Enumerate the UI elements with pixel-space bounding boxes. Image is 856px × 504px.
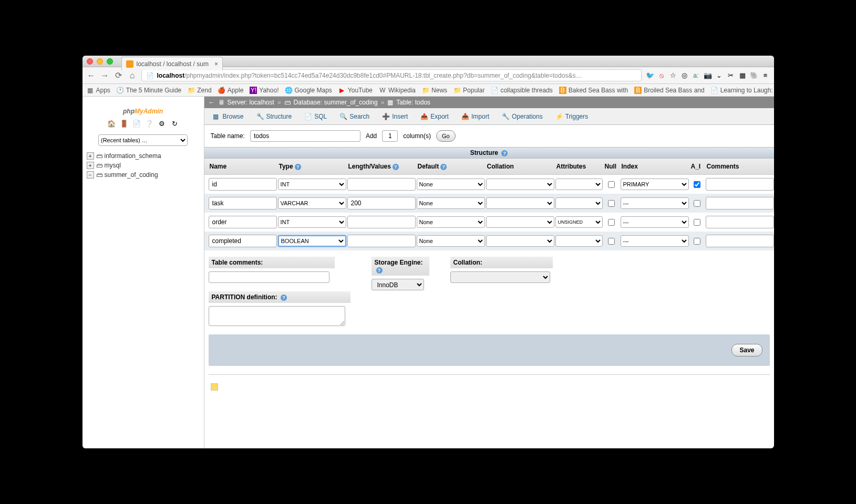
col-type-select[interactable]: VARCHAR — [278, 197, 346, 209]
help-icon[interactable]: ? — [501, 150, 508, 156]
minimize-icon[interactable] — [97, 58, 103, 65]
db-node[interactable]: +🗃information_schema — [87, 151, 200, 161]
col-comments-input[interactable] — [706, 178, 774, 191]
logout-icon[interactable]: 🚪 — [120, 120, 128, 128]
bookmark[interactable]: ▶YouTube — [338, 87, 373, 94]
col-index-select[interactable]: --- — [621, 216, 689, 228]
col-default-select[interactable]: None — [417, 216, 485, 228]
bookmark[interactable]: 📁Popular — [453, 87, 484, 94]
col-attributes-select[interactable]: UNSIGNED — [555, 216, 603, 228]
tab-browse[interactable]: ▦Browse — [208, 110, 249, 123]
ext-icon[interactable]: 📷 — [704, 71, 712, 80]
bookmark[interactable]: BBaked Sea Bass with — [559, 87, 628, 94]
tab-sql[interactable]: 📄SQL — [299, 110, 332, 123]
bookmark[interactable]: 🍎Apple — [218, 87, 244, 94]
col-null-checkbox[interactable] — [608, 219, 615, 226]
col-name-input[interactable] — [209, 178, 277, 191]
col-comments-input[interactable] — [706, 216, 774, 228]
bc-server[interactable]: Server: localhost — [228, 99, 274, 106]
back-icon[interactable]: ← — [87, 71, 96, 80]
reload-icon[interactable]: ↻ — [170, 120, 179, 128]
settings-icon[interactable]: ⚙ — [158, 120, 166, 128]
col-name-input[interactable] — [209, 197, 277, 209]
browser-tab[interactable]: localhost / localhost / sum × — [121, 57, 223, 70]
table-comments-input[interactable] — [209, 271, 329, 283]
col-collation-select[interactable] — [486, 216, 554, 228]
col-attributes-select[interactable] — [555, 235, 603, 247]
zoom-icon[interactable] — [107, 58, 113, 65]
tab-import[interactable]: 📥Import — [456, 110, 494, 123]
go-button[interactable]: Go — [436, 130, 456, 142]
close-icon[interactable] — [87, 58, 93, 65]
db-node[interactable]: +🗃mysql — [87, 161, 200, 170]
ext-icon[interactable]: a: — [692, 71, 700, 80]
bookmark[interactable]: BBroiled Sea Bass and — [634, 87, 704, 94]
col-index-select[interactable]: PRIMARY — [621, 178, 689, 190]
reload-icon[interactable]: ⟳ — [114, 71, 123, 80]
col-null-checkbox[interactable] — [608, 200, 615, 207]
col-default-select[interactable]: None — [417, 235, 485, 247]
bookmark[interactable]: WWikipedia — [379, 87, 416, 94]
col-length-input[interactable] — [347, 197, 416, 209]
col-collation-select[interactable] — [486, 178, 554, 190]
ext-icon[interactable]: ⦸ — [657, 71, 666, 80]
ext-icon[interactable]: ⌄ — [715, 71, 724, 80]
evernote-icon[interactable]: 🐘 — [750, 71, 758, 80]
recent-tables-select[interactable]: (Recent tables) … — [98, 134, 188, 146]
tab-triggers[interactable]: ⚡Triggers — [550, 110, 594, 123]
col-collation-select[interactable] — [486, 197, 554, 209]
tab-insert[interactable]: ➕Insert — [377, 110, 413, 123]
bookmark[interactable]: 📁News — [422, 87, 447, 94]
back-arrow-icon[interactable]: ← — [209, 99, 215, 106]
col-attributes-select[interactable] — [555, 197, 603, 209]
ext-icon[interactable]: ☆ — [669, 71, 677, 80]
collation-select[interactable] — [450, 271, 550, 283]
bookmark[interactable]: 📁Zend — [188, 87, 211, 94]
col-length-input[interactable] — [347, 235, 416, 247]
col-length-input[interactable] — [347, 216, 416, 228]
menu-icon[interactable]: ≡ — [761, 71, 770, 80]
col-type-select[interactable]: BOOLEAN — [278, 235, 346, 247]
sql-icon[interactable]: 📄 — [132, 120, 141, 128]
url-input[interactable]: 📄 localhost /phpmyadmin/index.php?token=… — [141, 69, 642, 81]
col-comments-input[interactable] — [706, 197, 774, 209]
col-collation-select[interactable] — [486, 235, 554, 247]
col-default-select[interactable]: None — [417, 178, 485, 190]
bc-database[interactable]: Database: summer_of_coding — [294, 99, 378, 106]
tab-operations[interactable]: 🔧Operations — [497, 110, 548, 123]
col-index-select[interactable]: --- — [621, 197, 689, 209]
partition-textarea[interactable] — [209, 306, 345, 326]
storage-engine-select[interactable]: InnoDB — [372, 279, 424, 290]
col-ai-checkbox[interactable] — [694, 181, 700, 188]
add-count-input[interactable] — [382, 130, 398, 142]
db-node[interactable]: −🗃summer_of_coding — [87, 170, 200, 180]
bookmark[interactable]: Y!Yahoo! — [250, 87, 279, 94]
col-ai-checkbox[interactable] — [694, 200, 700, 207]
save-button[interactable]: Save — [731, 344, 762, 356]
col-attributes-select[interactable] — [555, 178, 603, 190]
col-ai-checkbox[interactable] — [694, 238, 700, 245]
col-length-input[interactable] — [347, 178, 416, 191]
ext-icon[interactable]: ✂ — [727, 71, 735, 80]
note-icon[interactable] — [211, 383, 218, 391]
col-name-input[interactable] — [209, 235, 277, 247]
ext-icon[interactable]: ▦ — [738, 71, 747, 80]
home-icon[interactable]: 🏠 — [107, 120, 116, 128]
col-type-select[interactable]: INT — [278, 178, 346, 190]
bc-table[interactable]: Table: todos — [396, 99, 430, 106]
forward-icon[interactable]: → — [100, 71, 110, 80]
table-name-input[interactable] — [250, 130, 360, 142]
bookmark[interactable]: 🕐The 5 Minute Guide — [117, 87, 181, 94]
twitter-icon[interactable]: 🐦 — [646, 71, 654, 80]
col-null-checkbox[interactable] — [608, 181, 615, 188]
bookmark[interactable]: 📄Learning to Laugh: A — [711, 87, 774, 94]
col-comments-input[interactable] — [706, 235, 774, 247]
home-icon[interactable]: ⌂ — [128, 71, 137, 80]
col-index-select[interactable]: --- — [621, 235, 689, 247]
col-default-select[interactable]: None — [417, 197, 485, 209]
bookmark[interactable]: 🌐Google Maps — [285, 87, 332, 94]
tab-export[interactable]: 📤Export — [415, 110, 454, 123]
col-name-input[interactable] — [209, 216, 277, 228]
col-ai-checkbox[interactable] — [694, 219, 700, 226]
docs-icon[interactable]: ❔ — [145, 120, 153, 128]
